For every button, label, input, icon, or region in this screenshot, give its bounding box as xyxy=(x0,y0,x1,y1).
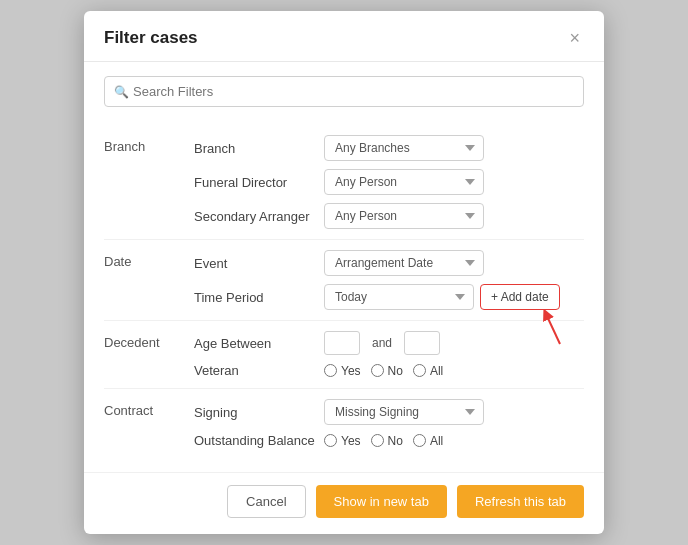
veteran-yes-label[interactable]: Yes xyxy=(324,364,361,378)
balance-all-label[interactable]: All xyxy=(413,434,443,448)
veteran-control: Yes No All xyxy=(324,364,443,378)
secondary-arranger-label: Secondary Arranger xyxy=(194,209,324,224)
show-new-tab-button[interactable]: Show in new tab xyxy=(316,485,447,518)
age-between-field-row: Age Between and xyxy=(194,331,584,355)
balance-no-radio[interactable] xyxy=(371,434,384,447)
veteran-field-row: Veteran Yes No All xyxy=(194,363,584,378)
veteran-all-label[interactable]: All xyxy=(413,364,443,378)
refresh-tab-button[interactable]: Refresh this tab xyxy=(457,485,584,518)
and-label: and xyxy=(372,336,392,350)
decedent-fields: Age Between and Veteran Yes xyxy=(194,331,584,378)
outstanding-balance-label: Outstanding Balance xyxy=(194,433,324,448)
filter-dialog: Filter cases × 🔍 Branch Branch xyxy=(84,11,604,534)
funeral-director-select[interactable]: Any Person xyxy=(324,169,484,195)
time-period-label: Time Period xyxy=(194,290,324,305)
signing-control: Missing Signing Signed Not Signed xyxy=(324,399,484,425)
balance-no-label[interactable]: No xyxy=(371,434,403,448)
balance-yes-label[interactable]: Yes xyxy=(324,434,361,448)
contract-section-label: Contract xyxy=(104,399,194,418)
time-period-control: Today This Week This Month Custom Range … xyxy=(324,284,560,310)
branch-control: Any Branches xyxy=(324,135,484,161)
secondary-arranger-control: Any Person xyxy=(324,203,484,229)
event-select[interactable]: Arrangement Date Death Date Service Date xyxy=(324,250,484,276)
event-label: Event xyxy=(194,256,324,271)
contract-section: Contract Signing Missing Signing Signed … xyxy=(104,389,584,458)
dialog-footer: Cancel Show in new tab Refresh this tab xyxy=(84,472,604,534)
search-icon: 🔍 xyxy=(114,85,129,99)
funeral-director-control: Any Person xyxy=(324,169,484,195)
search-area: 🔍 xyxy=(84,62,604,115)
signing-label: Signing xyxy=(194,405,324,420)
branch-field-row: Branch Any Branches xyxy=(194,135,584,161)
dialog-body: Branch Branch Any Branches Funeral Direc… xyxy=(84,115,604,472)
add-date-wrapper: + Add date xyxy=(480,284,560,310)
branch-fields: Branch Any Branches Funeral Director Any… xyxy=(194,135,584,229)
age-between-control: and xyxy=(324,331,440,355)
branch-section: Branch Branch Any Branches Funeral Direc… xyxy=(104,125,584,240)
balance-yes-radio[interactable] xyxy=(324,434,337,447)
age-between-label: Age Between xyxy=(194,336,324,351)
search-wrapper: 🔍 xyxy=(104,76,584,107)
funeral-director-field-row: Funeral Director Any Person xyxy=(194,169,584,195)
date-section-label: Date xyxy=(104,250,194,269)
balance-radio-group: Yes No All xyxy=(324,434,443,448)
contract-fields: Signing Missing Signing Signed Not Signe… xyxy=(194,399,584,448)
outstanding-balance-control: Yes No All xyxy=(324,434,443,448)
branch-section-label: Branch xyxy=(104,135,194,154)
dialog-header: Filter cases × xyxy=(84,11,604,62)
decedent-section: Decedent Age Between and Veteran xyxy=(104,321,584,389)
time-period-select[interactable]: Today This Week This Month Custom Range xyxy=(324,284,474,310)
decedent-section-label: Decedent xyxy=(104,331,194,350)
funeral-director-label: Funeral Director xyxy=(194,175,324,190)
add-date-button[interactable]: + Add date xyxy=(480,284,560,310)
date-fields: Event Arrangement Date Death Date Servic… xyxy=(194,250,584,310)
branch-label: Branch xyxy=(194,141,324,156)
signing-select[interactable]: Missing Signing Signed Not Signed xyxy=(324,399,484,425)
branch-select[interactable]: Any Branches xyxy=(324,135,484,161)
veteran-label: Veteran xyxy=(194,363,324,378)
search-input[interactable] xyxy=(104,76,584,107)
veteran-no-label[interactable]: No xyxy=(371,364,403,378)
dialog-overlay: Filter cases × 🔍 Branch Branch xyxy=(0,0,688,545)
event-control: Arrangement Date Death Date Service Date xyxy=(324,250,484,276)
cancel-button[interactable]: Cancel xyxy=(227,485,305,518)
age-to-input[interactable] xyxy=(404,331,440,355)
event-field-row: Event Arrangement Date Death Date Servic… xyxy=(194,250,584,276)
secondary-arranger-field-row: Secondary Arranger Any Person xyxy=(194,203,584,229)
veteran-radio-group: Yes No All xyxy=(324,364,443,378)
signing-field-row: Signing Missing Signing Signed Not Signe… xyxy=(194,399,584,425)
balance-all-radio[interactable] xyxy=(413,434,426,447)
age-from-input[interactable] xyxy=(324,331,360,355)
veteran-no-radio[interactable] xyxy=(371,364,384,377)
dialog-title: Filter cases xyxy=(104,28,198,48)
secondary-arranger-select[interactable]: Any Person xyxy=(324,203,484,229)
close-button[interactable]: × xyxy=(565,27,584,49)
time-period-field-row: Time Period Today This Week This Month C… xyxy=(194,284,584,310)
veteran-yes-radio[interactable] xyxy=(324,364,337,377)
outstanding-balance-field-row: Outstanding Balance Yes No All xyxy=(194,433,584,448)
veteran-all-radio[interactable] xyxy=(413,364,426,377)
date-section: Date Event Arrangement Date Death Date S… xyxy=(104,240,584,321)
